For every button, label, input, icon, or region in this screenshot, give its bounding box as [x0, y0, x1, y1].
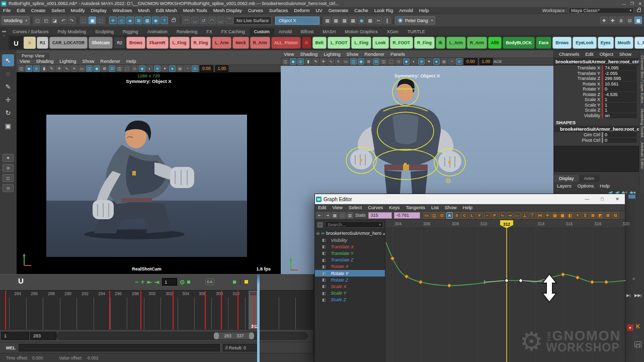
viewport-toolbar-icon[interactable]: ◎ [33, 65, 40, 72]
shelf-button[interactable]: L_Fing [634, 37, 644, 49]
graph-editor-menu-item[interactable]: Help [460, 205, 476, 210]
viewport-toolbar-icon[interactable]: ◎ [297, 58, 304, 65]
channel-box-menu-item[interactable]: Edit [582, 51, 596, 57]
channel-row[interactable]: Rotate Z -4.535 [554, 92, 639, 98]
shelf-button[interactable]: R_Arm [467, 37, 487, 49]
shelf-tab[interactable]: Sculpting [91, 28, 118, 35]
viewport-menu-item[interactable]: Renderer [361, 51, 387, 57]
viewport-toolbar-icon[interactable]: ⊡ [109, 65, 115, 72]
menu-item[interactable]: Edit [14, 8, 28, 13]
viewport-toolbar-icon[interactable]: ◫ [350, 58, 357, 65]
file-toolbar-icon[interactable]: ↷ [68, 17, 75, 24]
shelf-button[interactable]: Mouth [615, 37, 634, 49]
layer-menu-item[interactable]: Options [575, 183, 597, 189]
shotcam-viewport[interactable]: 644 x 362 Symmetry: Object X [17, 72, 281, 274]
viewport-toolbar-icon[interactable]: ⊙ [192, 65, 198, 72]
viewport-toolbar-icon[interactable]: ◫ [116, 65, 123, 72]
viewport-menu-item[interactable]: Help [123, 58, 139, 64]
menu-item[interactable]: Look Rig [371, 8, 396, 13]
ge-keyframe-tool-icon[interactable]: C [461, 212, 468, 219]
lock-selection-icon[interactable] [172, 19, 176, 22]
viewport-toolbar-icon[interactable]: ◫ [18, 65, 25, 72]
menu-item[interactable]: Create [28, 8, 49, 13]
shelf-button[interactable]: R_Fing [414, 37, 435, 49]
shelf-button[interactable]: R_Fing [191, 37, 211, 49]
render-toolbar-icon[interactable]: ▦ [341, 17, 348, 24]
ge-keyframe-tool-icon[interactable]: ◩ [597, 212, 604, 219]
shelf-button[interactable]: Ik [302, 37, 311, 49]
channel-row[interactable]: Translate Y -2.055 [554, 71, 639, 76]
menu-item[interactable]: Surfaces [266, 8, 291, 13]
graph-editor-menu-item[interactable]: Curves [365, 205, 386, 210]
ge-keyframe-tool-icon[interactable]: Y [575, 212, 581, 219]
prev-key-icon[interactable]: ⇤ [147, 279, 152, 286]
zoom-in-button[interactable]: + [141, 279, 144, 286]
viewport-toolbar-icon[interactable]: ✛ [320, 58, 327, 65]
shelf-button[interactable]: BodyBLOCK [503, 37, 534, 49]
viewport-toolbar-icon[interactable]: ⊞ [365, 58, 372, 65]
shelf-tab[interactable]: Custom [250, 28, 274, 35]
viewport-toolbar-icon[interactable]: ◉ [94, 65, 100, 72]
construction-history-icon[interactable]: ◠ [183, 17, 190, 24]
graph-editor-menu-item[interactable]: Tangents [403, 205, 428, 210]
ge-keyframe-tool-icon[interactable]: ⊻ [582, 212, 589, 219]
construction-history-icon[interactable]: ↺ [200, 17, 207, 24]
gamma-field[interactable]: 1.00 [215, 65, 229, 72]
viewport-toolbar-icon[interactable]: ▮ [305, 58, 311, 65]
rig-picker-logo-button[interactable]: ∙∙U [10, 37, 23, 49]
ge-keyframe-tool-icon[interactable]: ▭ [424, 212, 430, 219]
shelf-tab[interactable]: FX [202, 28, 217, 35]
menu-item[interactable]: Arnold [396, 8, 416, 13]
option-square-icon[interactable] [187, 281, 190, 284]
shelf-tab[interactable]: MASH [318, 28, 340, 35]
mel-label[interactable]: MEL [6, 345, 16, 350]
render-toolbar-icon[interactable]: ▦ [332, 17, 340, 24]
graph-editor-curve-area[interactable]: 304306308310314316318320 312 ⚙ THEGNOMON… [385, 220, 625, 362]
shape-node-name[interactable]: brookeHeroSuitArmor_hero:root_ct... [554, 126, 639, 132]
channel-box-menu-item[interactable]: Channels [556, 51, 582, 57]
viewport-menu-item[interactable]: View [17, 58, 33, 64]
ge-keyframe-tool-icon[interactable]: ⊡ [439, 212, 445, 219]
shelf-button[interactable]: Face [536, 37, 551, 49]
shelf-button[interactable]: R1 [37, 37, 48, 49]
shelf-menu-icon[interactable]: ○ [2, 33, 6, 38]
stats-time-field[interactable]: 315 [368, 212, 392, 219]
file-toolbar-icon[interactable]: ◪ [51, 17, 58, 24]
gamma-field[interactable]: 1.00 [479, 58, 493, 65]
shelf-button[interactable]: Brows [552, 37, 572, 49]
snap-icon[interactable]: ▦ [143, 17, 151, 24]
snap-icon[interactable]: ◈ [126, 17, 134, 24]
channel-row[interactable]: Rotate X 10.561 [554, 81, 639, 87]
menu-item[interactable]: Cache [351, 8, 371, 13]
viewport-menu-item[interactable]: Show [344, 51, 362, 57]
channel-row[interactable]: Gim Ctrl 0 [554, 132, 639, 138]
menu-item[interactable]: Display [88, 8, 110, 13]
sidebar-toggle-icon[interactable]: ▦ [634, 17, 642, 24]
snap-icon[interactable]: ◉ [152, 17, 159, 24]
shelf-button[interactable]: Neck [232, 37, 249, 49]
channel-row[interactable]: Translate Z 299.595 [554, 76, 639, 81]
channel-item[interactable]: ◧ Translate Z [315, 257, 385, 263]
sidebar-toggle-icon[interactable]: ❖ [600, 17, 608, 24]
construction-history-icon[interactable]: ◡ [191, 17, 199, 24]
menu-item[interactable]: Deform [291, 8, 312, 13]
sidebar-vertical-tab[interactable]: Modeling Toolkit [639, 109, 644, 137]
menu-item[interactable]: Mesh Tools [180, 8, 210, 13]
viewport-toolbar-icon[interactable]: ⊛ [154, 65, 160, 72]
ge-keyframe-tool-icon[interactable]: ⌐ [484, 212, 491, 219]
file-toolbar-icon[interactable]: ▢ [34, 17, 41, 24]
shelf-button[interactable]: R2 [114, 37, 125, 49]
ge-tool-icon[interactable]: ⇤ [316, 212, 323, 219]
channel-row[interactable]: Pivot Ctrl 0 [554, 138, 639, 143]
menu-item[interactable]: Help [416, 8, 432, 13]
ge-tool-icon[interactable]: ▥ [347, 212, 353, 219]
shelf-button[interactable]: Eyes [598, 37, 614, 49]
viewport-toolbar-icon[interactable]: ▭ [343, 58, 349, 65]
power-toggle-icon[interactable]: ⊙ [180, 279, 185, 286]
viewport-toolbar-icon[interactable]: ◔ [448, 58, 455, 65]
time-ruler[interactable]: 304306308310314316318320 312 [385, 220, 625, 228]
menu-item[interactable]: Generate [326, 8, 352, 13]
viewport-toolbar-icon[interactable]: ◈ [139, 65, 145, 72]
viewport-toolbar-icon[interactable]: ◉ [290, 58, 296, 65]
playback-speed-field[interactable]: 1 [162, 278, 177, 286]
